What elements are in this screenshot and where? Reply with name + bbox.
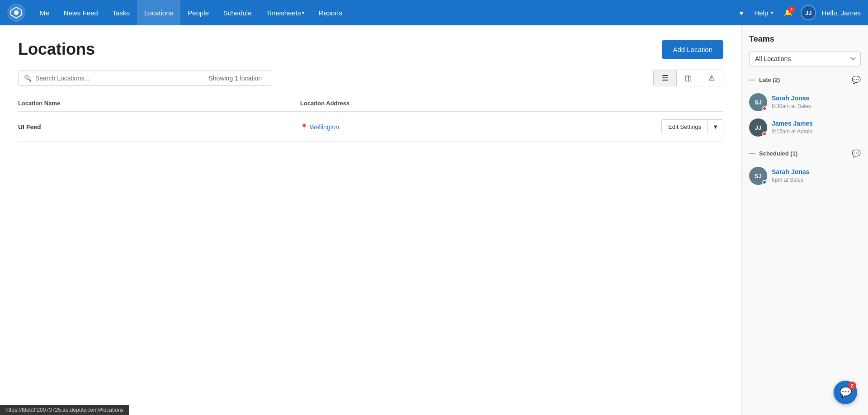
favorites-button[interactable]: ♥ xyxy=(737,6,746,19)
nav-locations[interactable]: Locations xyxy=(137,0,180,25)
hello-text: Hello, James xyxy=(821,9,861,17)
nav-schedule[interactable]: Schedule xyxy=(216,0,259,25)
help-button[interactable]: Help ▾ xyxy=(751,6,776,19)
search-icon: 🔍 xyxy=(24,75,32,82)
person-sarah-jonas-scheduled: SJ Sarah Jonas 6pm at Sales xyxy=(749,163,861,189)
person-name[interactable]: James James xyxy=(772,120,861,127)
avatar-initials-sj: SJ xyxy=(755,99,762,106)
nav-me[interactable]: Me xyxy=(33,0,57,25)
help-label: Help xyxy=(754,9,768,17)
pin-icon: 📍 xyxy=(300,123,308,131)
nav-people[interactable]: People xyxy=(180,0,216,25)
avatar-initials: JJ xyxy=(805,9,811,16)
person-info: Sarah Jonas 6pm at Sales xyxy=(772,168,861,184)
chat-bubble[interactable]: 💬 2 xyxy=(834,381,857,404)
search-row: 🔍 Showing 1 location ☰ ◫ ⚠ xyxy=(18,70,723,86)
status-dot-red xyxy=(762,106,767,111)
col-location-name: Location Name xyxy=(18,95,300,112)
person-james-james-late: JJ James James 9:15am at Admin xyxy=(749,115,861,140)
person-info: James James 9:15am at Admin xyxy=(772,120,861,135)
person-name[interactable]: Sarah Jonas xyxy=(772,94,861,102)
nav-timesheets-label: Timesheets xyxy=(266,9,301,17)
person-name[interactable]: Sarah Jonas xyxy=(772,168,861,175)
list-view-button[interactable]: ☰ xyxy=(654,70,677,86)
person-time: 9:15am at Admin xyxy=(772,128,812,135)
late-section-header: Late (2) 💬 xyxy=(749,75,861,84)
status-bar: https://f8eb3f20073725.au.deputy.com/#lo… xyxy=(0,405,129,415)
nav-right: ♥ Help ▾ 🔔 1 JJ Hello, James xyxy=(737,5,861,20)
table-header: Location Name Location Address xyxy=(18,95,723,112)
location-address-link[interactable]: 📍 Wellington xyxy=(300,123,582,131)
person-avatar-sj2: SJ xyxy=(749,167,767,185)
scheduled-section-label: Scheduled (1) xyxy=(759,150,848,157)
chevron-down-icon: ▾ xyxy=(302,10,304,15)
notification-badge: 1 xyxy=(788,6,795,13)
edit-dropdown-button[interactable]: ▼ xyxy=(708,119,723,134)
app-logo xyxy=(7,4,25,22)
status-dot-red xyxy=(762,132,767,136)
search-input[interactable] xyxy=(35,75,208,82)
chat-icon: 💬 xyxy=(852,150,861,157)
scheduled-chat-button[interactable]: 💬 xyxy=(852,149,861,158)
chat-icon: 💬 xyxy=(852,76,861,84)
person-avatar-jj: JJ xyxy=(749,118,767,137)
list-icon: ☰ xyxy=(662,74,668,82)
person-time: 8:30am at Sales xyxy=(772,103,811,109)
late-section-label: Late (2) xyxy=(759,76,848,83)
showing-count: Showing 1 location xyxy=(208,75,265,82)
grid-icon: ◫ xyxy=(685,74,692,82)
section-line xyxy=(749,153,755,154)
person-time: 6pm at Sales xyxy=(772,177,803,183)
nav-links: Me News Feed Tasks Locations People Sche… xyxy=(33,0,737,25)
nav-timesheets[interactable]: Timesheets ▾ xyxy=(259,0,311,25)
add-location-button[interactable]: Add Location xyxy=(662,40,723,59)
nav-reports[interactable]: Reports xyxy=(311,0,350,25)
chevron-down-icon: ▾ xyxy=(771,10,773,15)
grid-view-button[interactable]: ◫ xyxy=(677,70,700,86)
table-body: UI Feed 📍 Wellington Edit Settings ▼ xyxy=(18,112,723,142)
locations-table: Location Name Location Address UI Feed 📍… xyxy=(18,95,723,142)
col-actions xyxy=(582,95,723,112)
location-name-cell: UI Feed xyxy=(18,112,300,142)
person-avatar-sj: SJ xyxy=(749,93,767,111)
edit-settings-button[interactable]: Edit Settings xyxy=(661,119,708,134)
avatar-initials-jj: JJ xyxy=(755,124,761,131)
search-box: 🔍 Showing 1 location xyxy=(18,71,271,86)
status-url: https://f8eb3f20073725.au.deputy.com/#lo… xyxy=(5,407,123,413)
alert-view-button[interactable]: ⚠ xyxy=(700,70,723,86)
avatar-initials-sj2: SJ xyxy=(755,173,762,179)
table-row: UI Feed 📍 Wellington Edit Settings ▼ xyxy=(18,112,723,142)
content-area: Locations Add Location 🔍 Showing 1 locat… xyxy=(0,25,741,415)
location-address-text: Wellington xyxy=(310,123,339,131)
section-line xyxy=(749,80,755,80)
scheduled-section-header: Scheduled (1) 💬 xyxy=(749,149,861,158)
col-location-address: Location Address xyxy=(300,95,582,112)
view-toggles: ☰ ◫ ⚠ xyxy=(653,70,723,86)
page-header: Locations Add Location xyxy=(18,40,723,59)
user-avatar[interactable]: JJ xyxy=(801,5,816,20)
main-layout: Locations Add Location 🔍 Showing 1 locat… xyxy=(0,25,868,415)
action-cell: Edit Settings ▼ xyxy=(582,112,723,142)
sidebar-title: Teams xyxy=(749,34,861,44)
person-sarah-jonas-late: SJ Sarah Jonas 8:30am at Sales xyxy=(749,90,861,115)
svg-point-2 xyxy=(14,10,19,15)
edit-button-group: Edit Settings ▼ xyxy=(661,119,723,134)
location-address-cell: 📍 Wellington xyxy=(300,112,582,142)
heart-icon: ♥ xyxy=(740,9,744,17)
notification-button[interactable]: 🔔 1 xyxy=(781,6,795,19)
late-chat-button[interactable]: 💬 xyxy=(852,75,861,84)
chevron-down-icon: ▼ xyxy=(712,123,718,130)
sidebar: Teams All Locations Late (2) 💬 SJ Sarah … xyxy=(741,25,868,415)
status-dot-blue xyxy=(762,180,767,184)
chat-bubble-badge: 2 xyxy=(848,382,856,390)
nav-news-feed[interactable]: News Feed xyxy=(57,0,105,25)
person-info: Sarah Jonas 8:30am at Sales xyxy=(772,94,861,110)
navbar: Me News Feed Tasks Locations People Sche… xyxy=(0,0,868,25)
nav-tasks[interactable]: Tasks xyxy=(105,0,137,25)
warning-icon: ⚠ xyxy=(708,74,715,82)
teams-dropdown[interactable]: All Locations xyxy=(749,51,861,66)
page-title: Locations xyxy=(18,40,95,59)
